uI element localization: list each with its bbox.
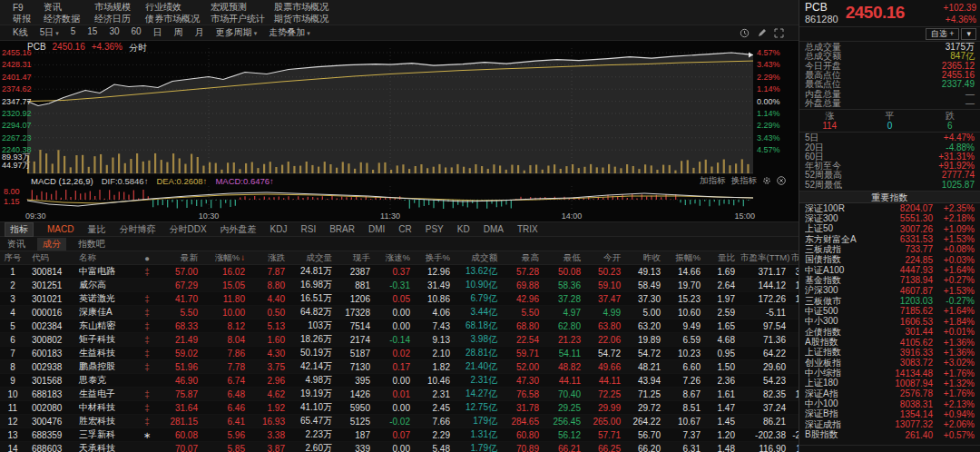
toolbar-item[interactable]: 30 [109,26,119,39]
percent-axis-label: 1.14% [757,109,780,118]
menu-item[interactable]: 股票市场概况 [274,1,799,14]
menu-item[interactable]: 债券市场概况 [145,13,211,25]
subtab-指数吧[interactable]: 指数吧 [78,238,105,251]
tab-分时博弈[interactable]: 分时博弈 [119,223,155,236]
menu-item[interactable]: 期货市场概况 [274,13,799,25]
index-value: 301.44 [882,327,933,337]
column-header[interactable]: 换手% [416,252,456,264]
advance-decline-headers: 涨平跌 [799,111,980,121]
column-header[interactable]: 代码 [25,252,73,264]
toolbar-item[interactable]: 5日▾ [40,26,59,39]
tab-分时DDX[interactable]: 分时DDX [169,223,206,236]
tab-MACD[interactable]: MACD [47,224,74,234]
macd-pane[interactable]: 8.00 1.15 [0,186,799,211]
table-row[interactable]: 8002938鹏鼎控股‡51.967.783.7542.14万71300.171… [0,360,799,374]
table-row[interactable]: 14688603天承科技70.075.853.872.60万3390.005.4… [0,442,799,452]
table-cell: 2 [0,280,25,290]
draw-pencil-icon[interactable] [757,28,767,38]
tab-量比[interactable]: 量比 [87,223,105,236]
intraday-chart[interactable]: PCB 2450.16 +4.36% 分时 2455.162428.312401… [0,41,799,175]
column-header[interactable]: 最新 [158,252,203,264]
column-header[interactable]: 涨幅%↓ [203,252,250,264]
history-clock-icon[interactable] [740,28,750,38]
subtab-资讯[interactable]: 资讯 [7,238,25,251]
watchlist-dropdown[interactable]: ▾ [961,28,976,40]
column-header[interactable]: 最高 [503,252,544,264]
toolbar-item[interactable]: 15 [87,26,97,39]
column-header[interactable]: 涨跌 [250,252,290,264]
table-cell: 52.00 [503,362,544,372]
menu-item[interactable]: 经济日历 [94,13,145,25]
table-row[interactable]: 4000016深康佳A‡5.5010.000.5064.82万173280.00… [0,306,799,319]
toolbar-item[interactable]: 走势叠加▾ [269,26,310,39]
table-row[interactable]: 9301568思泰克46.906.742.964.98万3950.0010.46… [0,374,799,388]
column-header[interactable]: 序号 [0,252,25,264]
column-header[interactable]: 成交额 [456,252,503,264]
table-cell: 6.79亿 [456,292,503,305]
table-cell: 5950 [338,403,376,413]
switch-indicator-button[interactable]: 换指标 [731,175,758,187]
table-row[interactable]: 13688359三孚新科∗60.085.963.382.23万1870.072.… [0,428,799,442]
menu-item[interactable]: 市场规模 [94,1,145,14]
table-cell: 17328 [338,308,376,318]
menu-item[interactable]: 研报 [13,13,44,25]
quote-change-abs: +102.39 [944,2,976,14]
fullscreen-icon[interactable] [774,28,784,38]
gear-icon[interactable] [762,176,771,185]
column-header[interactable]: 名称 [73,252,136,264]
toolbar-item[interactable]: 5 [71,26,76,39]
column-header[interactable]: ● [136,253,158,263]
menu-item[interactable]: F9 [13,3,44,13]
table-row[interactable]: 10688183生益电子‡75.876.484.6219.19万14260.01… [0,388,799,401]
column-header[interactable]: 现手 [338,252,376,264]
tab-DMA[interactable]: DMA [484,224,504,234]
column-header[interactable]: 昨收 [626,252,666,264]
tab-PSY[interactable]: PSY [426,224,444,234]
menu-item[interactable]: 资讯 [44,1,94,14]
toolbar-item[interactable]: 更多周期▾ [216,26,258,39]
table-row[interactable]: 6300802矩子科技‡21.498.041.6018.26万2174-0.14… [0,333,799,347]
table-row[interactable]: 5002384东山精密‡68.338.125.13103万75140.007.4… [0,319,799,333]
column-header[interactable]: 今开 [586,252,626,264]
column-header[interactable]: 涨速% [376,252,416,264]
tab-BRAR[interactable]: BRAR [329,224,355,234]
table-cell: 5.85 [203,444,250,452]
tab-DMI[interactable]: DMI [368,224,385,234]
add-watchlist-button[interactable]: 自选 + [926,28,960,40]
macd-header: MACD (12,26,9) DIF:0.5846↑ DEA:0.2608↑ M… [0,175,799,186]
tab-CR[interactable]: CR [398,224,411,234]
menu-item[interactable]: 市场开户统计 [211,13,274,25]
menu-item[interactable]: 行业绩效 [145,1,211,14]
tab-TRIX[interactable]: TRIX [517,224,538,234]
column-header[interactable]: 成交量 [290,252,338,264]
toolbar-item[interactable]: 月 [195,26,204,39]
column-header[interactable]: 振幅% [666,252,706,264]
toolbar-item[interactable]: 60 [132,26,142,39]
menu-item[interactable]: 经济数据 [44,13,94,25]
toolbar-item[interactable]: 周 [174,26,183,39]
column-header[interactable]: 市盈率(TTM) [740,252,791,264]
tab-内外盘差[interactable]: 内外盘差 [220,223,257,236]
toolbar-item[interactable]: 日 [153,26,162,39]
subtab-成分[interactable]: 成分 [37,238,66,251]
tab-RSI[interactable]: RSI [300,224,316,234]
table-row[interactable]: 1300814中富电路‡57.0016.027.8724.81万23870.37… [0,265,799,279]
tab-KD[interactable]: KD [457,224,470,234]
index-row[interactable]: B股指数261.40+0.57% [799,429,980,439]
column-header[interactable]: 量比 [706,252,740,264]
add-indicator-button[interactable]: 加指标 [700,175,726,187]
tab-指标[interactable]: 指标 [5,222,34,237]
table-row[interactable]: 11002080中材科技‡31.646.461.9241.10万59500.00… [0,401,799,415]
table-row[interactable]: 2301251威尔高67.2915.058.8016.98万881-0.3131… [0,279,799,292]
toolbar-item[interactable]: K线 [13,26,28,39]
table-row[interactable]: 3301021英诺激光‡41.7011.804.4016.51万12060.05… [0,292,799,306]
menu-item[interactable]: 宏观预测 [211,1,274,14]
table-row[interactable]: 12300476胜宏科技‡281.156.4116.9365.47万5125-0… [0,415,799,428]
column-header[interactable]: 最低 [544,252,586,264]
tab-KDJ[interactable]: KDJ [270,224,288,234]
table-cell: 6.31 [666,444,706,452]
table-cell: 1.60 [250,335,290,345]
table-cell: 8.67 [666,389,706,399]
close-icon[interactable] [777,176,786,185]
table-row[interactable]: 7600183生益科技‡59.027.864.3050.19万51870.022… [0,347,799,360]
